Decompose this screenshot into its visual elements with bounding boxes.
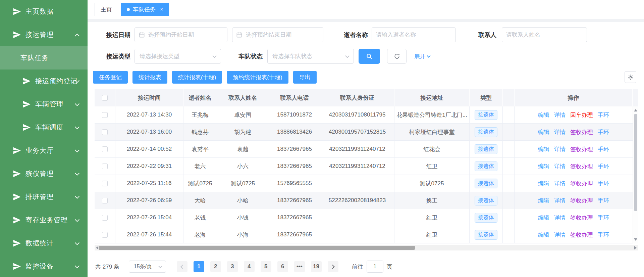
action-edit-link[interactable]: 编辑 <box>538 180 549 187</box>
deceased-name-input[interactable] <box>372 27 456 42</box>
action-sign-off-handle-link[interactable]: 签收办理 <box>570 163 593 170</box>
sidebar-item-data-statistics[interactable]: 数据统计 <box>0 232 88 255</box>
page-ellipsis-button[interactable]: ••• <box>294 261 305 272</box>
action-sign-off-handle-link[interactable]: 签收办理 <box>570 214 593 222</box>
reservation-stats-report-shiyan-button[interactable]: 预约统计报表(十堰) <box>227 71 288 84</box>
row-checkbox[interactable] <box>102 181 108 186</box>
fleet-status-select[interactable]: 请选择车队状态 <box>267 49 354 64</box>
row-checkbox[interactable] <box>102 232 108 238</box>
action-return-car-handle-link[interactable]: 回车办理 <box>570 111 593 119</box>
prev-page-button[interactable] <box>177 261 187 272</box>
action-wristband-link[interactable]: 手环 <box>598 197 609 204</box>
action-sign-off-handle-link[interactable]: 签收办理 <box>570 231 593 239</box>
tab-home[interactable]: 主页 <box>95 3 118 16</box>
row-spacer-cell <box>503 158 515 175</box>
action-wristband-link[interactable]: 手环 <box>598 145 609 153</box>
action-wristband-link[interactable]: 手环 <box>598 231 609 239</box>
scroll-up-arrow-icon[interactable] <box>634 109 637 111</box>
cell-contact-id: 420321199311240712 <box>320 158 394 175</box>
row-checkbox[interactable] <box>102 146 108 152</box>
vertical-scrollbar[interactable] <box>633 106 638 243</box>
stats-report-button[interactable]: 统计报表 <box>132 71 167 84</box>
scroll-left-arrow-icon[interactable] <box>96 246 98 249</box>
task-register-button[interactable]: 任务登记 <box>93 71 128 84</box>
action-sign-off-handle-link[interactable]: 签收办理 <box>570 128 593 136</box>
row-checkbox[interactable] <box>102 164 108 169</box>
cell-type: 接遗体 <box>470 124 503 140</box>
pickup-type-select[interactable]: 请选择接运类型 <box>135 49 221 64</box>
contact-input[interactable] <box>502 27 587 42</box>
table-row: 2022-07-25 11:16测试0725测试072515769565555测… <box>95 175 633 192</box>
sidebar-item-shift-management[interactable]: 排班管理 <box>0 185 88 209</box>
sidebar-item-storage-business-management[interactable]: 寄存业务管理 <box>0 209 88 232</box>
tab-fleet-tasks[interactable]: 车队任务 × <box>121 3 169 16</box>
page-button-3[interactable]: 3 <box>227 261 238 272</box>
search-button[interactable] <box>359 49 380 64</box>
action-edit-link[interactable]: 编辑 <box>538 111 549 119</box>
page-button-5[interactable]: 5 <box>261 261 271 272</box>
sidebar-item-transport-management[interactable]: 接运管理 <box>0 23 88 46</box>
action-edit-link[interactable]: 编辑 <box>538 231 549 239</box>
stats-report-shiyan-button[interactable]: 统计报表(十堰) <box>172 71 222 84</box>
action-wristband-link[interactable]: 手环 <box>598 111 609 119</box>
refresh-button[interactable] <box>387 49 407 64</box>
row-checkbox[interactable] <box>102 198 108 203</box>
sidebar-item-business-hall[interactable]: 业务大厅 <box>0 139 88 162</box>
action-edit-link[interactable]: 编辑 <box>538 128 549 136</box>
page-button-2[interactable]: 2 <box>210 261 221 272</box>
sidebar-item-vehicle-management[interactable]: 车辆管理 <box>0 93 88 116</box>
next-page-button[interactable] <box>328 261 338 272</box>
action-sign-off-handle-link[interactable]: 签收办理 <box>570 180 593 187</box>
action-detail-link[interactable]: 详情 <box>554 231 566 239</box>
action-detail-link[interactable]: 详情 <box>554 214 566 222</box>
vertical-scrollbar-thumb[interactable] <box>634 114 637 211</box>
action-detail-link[interactable]: 详情 <box>554 197 566 204</box>
sidebar-item-pickup-reservation-register[interactable]: 接运预约登记 <box>0 70 88 93</box>
close-icon[interactable]: × <box>160 6 163 12</box>
action-sign-off-handle-link[interactable]: 签收办理 <box>570 145 593 153</box>
action-wristband-link[interactable]: 手环 <box>598 214 609 222</box>
row-checkbox[interactable] <box>102 112 108 118</box>
action-wristband-link[interactable]: 手环 <box>598 128 609 136</box>
sidebar-item-label: 车辆管理 <box>35 100 63 109</box>
horizontal-scrollbar-thumb[interactable] <box>99 246 415 250</box>
action-detail-link[interactable]: 详情 <box>554 111 566 119</box>
action-edit-link[interactable]: 编辑 <box>538 145 549 153</box>
action-detail-link[interactable]: 详情 <box>554 180 566 187</box>
action-detail-link[interactable]: 详情 <box>554 163 566 170</box>
horizontal-scrollbar[interactable] <box>95 245 638 250</box>
goto-page-input[interactable] <box>367 261 383 273</box>
sidebar-item-home-data[interactable]: 主页数据 <box>0 0 88 23</box>
export-button[interactable]: 导出 <box>293 71 317 84</box>
expand-link[interactable]: 展开 <box>414 52 430 60</box>
sidebar-item-vehicle-dispatch[interactable]: 车辆调度 <box>0 116 88 139</box>
page-button-4[interactable]: 4 <box>244 261 255 272</box>
scroll-right-arrow-icon[interactable] <box>634 246 637 249</box>
select-all-checkbox[interactable] <box>102 95 108 101</box>
sidebar-item-fleet-tasks[interactable]: 车队任务 <box>0 46 88 70</box>
page-button-19[interactable]: 19 <box>311 261 322 272</box>
sidebar-item-funeral-management[interactable]: 殡仪管理 <box>0 162 88 185</box>
action-wristband-link[interactable]: 手环 <box>598 163 609 170</box>
row-spacer-cell <box>503 175 515 192</box>
scroll-down-arrow-icon[interactable] <box>634 238 637 241</box>
sidebar-item-monitoring-devices[interactable]: 监控设备 <box>0 255 88 277</box>
page-size-select[interactable]: 15条/页 <box>129 261 166 273</box>
action-edit-link[interactable]: 编辑 <box>538 214 549 222</box>
page-button-6[interactable]: 6 <box>277 261 288 272</box>
date-end-input[interactable] <box>232 27 323 42</box>
column-settings-button[interactable] <box>625 71 636 83</box>
cell-deceased-name: 钱惠芬 <box>183 124 217 140</box>
action-detail-link[interactable]: 详情 <box>554 128 566 136</box>
action-edit-link[interactable]: 编辑 <box>538 163 549 170</box>
action-wristband-link[interactable]: 手环 <box>598 180 609 187</box>
action-sign-off-handle-link[interactable]: 签收办理 <box>570 197 593 204</box>
row-checkbox[interactable] <box>102 129 108 135</box>
fleet-status-placeholder: 请选择车队状态 <box>272 52 312 60</box>
action-edit-link[interactable]: 编辑 <box>538 197 549 204</box>
row-checkbox[interactable] <box>102 215 108 221</box>
action-detail-link[interactable]: 详情 <box>554 145 566 153</box>
date-start-input[interactable] <box>135 27 227 42</box>
goto-label: 前往 <box>352 263 363 271</box>
page-button-1[interactable]: 1 <box>194 261 204 272</box>
